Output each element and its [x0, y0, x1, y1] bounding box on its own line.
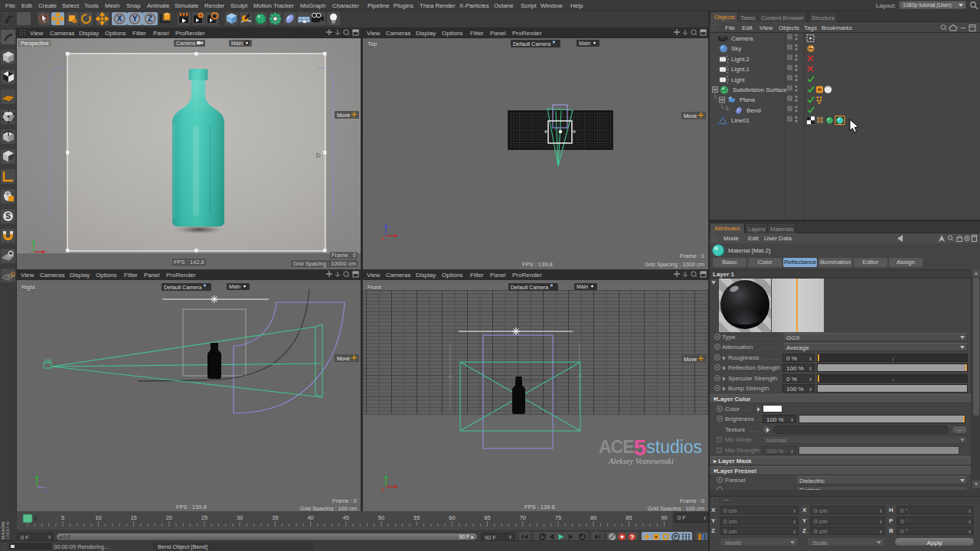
- svg-text:Sky: Sky: [731, 45, 741, 52]
- svg-text:Light.1: Light.1: [731, 66, 750, 73]
- svg-text:35: 35: [272, 514, 278, 521]
- svg-text:x: x: [381, 236, 384, 241]
- svg-text:Subdivision Surface: Subdivision Surface: [733, 86, 787, 93]
- svg-text:Light.2: Light.2: [731, 56, 750, 63]
- svg-text:X: X: [117, 15, 122, 23]
- svg-text:Z: Z: [148, 15, 152, 23]
- svg-text:Light: Light: [731, 77, 745, 83]
- svg-text:Line01: Line01: [731, 117, 750, 124]
- svg-text:20: 20: [166, 514, 172, 521]
- svg-text:Y: Y: [132, 15, 138, 23]
- svg-text:40: 40: [307, 514, 313, 521]
- svg-text:Camera: Camera: [731, 35, 753, 42]
- svg-text:15: 15: [130, 514, 136, 521]
- svg-text:10: 10: [95, 514, 101, 521]
- svg-text:75: 75: [555, 514, 561, 521]
- svg-text:): ): [13, 270, 15, 277]
- svg-text:5: 5: [61, 514, 64, 521]
- svg-text:Plane: Plane: [740, 96, 756, 103]
- svg-text:65: 65: [484, 514, 490, 521]
- svg-text:60: 60: [449, 514, 455, 521]
- svg-text:90: 90: [661, 514, 667, 521]
- svg-text:25: 25: [201, 514, 207, 521]
- svg-text:x: x: [381, 487, 384, 492]
- svg-text:85: 85: [626, 514, 632, 521]
- svg-text:30: 30: [237, 514, 243, 521]
- svg-text:S: S: [5, 212, 11, 220]
- svg-text:z: z: [44, 488, 47, 494]
- svg-text:70: 70: [520, 514, 526, 521]
- svg-text:55: 55: [413, 514, 420, 521]
- svg-text:50: 50: [378, 514, 384, 521]
- svg-text:45: 45: [343, 514, 349, 521]
- svg-text:80: 80: [590, 514, 596, 521]
- svg-text:P: P: [674, 534, 678, 540]
- svg-text:0: 0: [34, 515, 38, 522]
- svg-text:Bend: Bend: [746, 107, 761, 114]
